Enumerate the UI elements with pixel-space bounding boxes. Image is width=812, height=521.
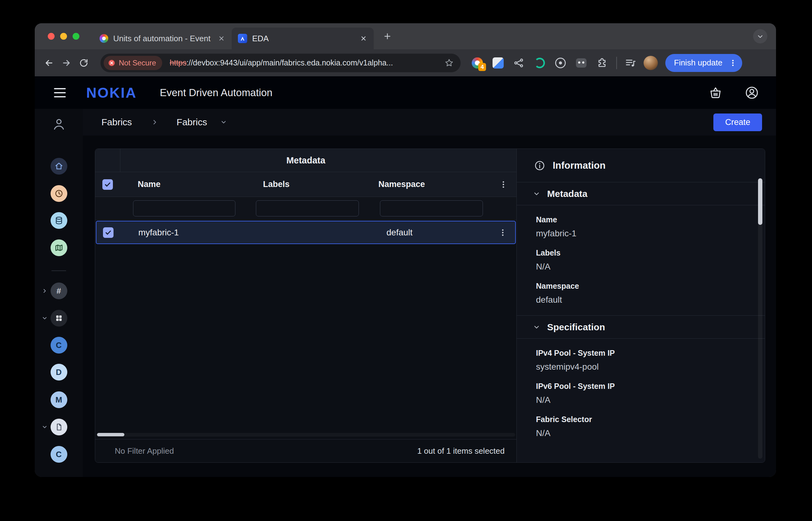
extensions-puzzle-icon[interactable]	[596, 57, 608, 69]
sidebar-item-topology[interactable]	[35, 240, 83, 256]
section-header-metadata[interactable]: Metadata	[517, 182, 765, 205]
media-playlist-icon[interactable]	[625, 58, 636, 69]
section-title: Specification	[547, 322, 605, 333]
sidebar-item-docs-group[interactable]	[35, 419, 83, 435]
tab-title: EDA	[252, 34, 355, 43]
filter-input-name[interactable]	[133, 200, 235, 217]
finish-update-button[interactable]: Finish update	[665, 54, 742, 72]
breadcrumb-root[interactable]: Fabrics	[102, 117, 132, 128]
metadata-fields: Name myfabric-1 Labels N/A Namespace def…	[517, 205, 765, 315]
sidebar-item-m[interactable]: M	[35, 391, 83, 408]
column-header-name[interactable]: Name	[120, 180, 244, 189]
info-icon	[534, 160, 545, 171]
minimize-window-button[interactable]	[60, 33, 67, 40]
vertical-scrollbar-thumb[interactable]	[758, 178, 762, 225]
tab-close-icon[interactable]	[359, 35, 367, 43]
left-sidebar: # C D M	[35, 109, 83, 477]
table-filter-row	[95, 197, 516, 220]
url-remainder: ://devbox:9443/ui/app/main/fabrics.eda.n…	[186, 58, 393, 67]
cell-namespace: default	[360, 228, 486, 237]
robot-extension-icon[interactable]	[575, 57, 587, 69]
tab-close-icon[interactable]	[218, 35, 225, 43]
zoom-window-button[interactable]	[73, 33, 80, 40]
network-extension-icon[interactable]	[513, 57, 525, 69]
field-value: myfabric-1	[536, 229, 746, 239]
sidebar-item-c1[interactable]: C	[35, 337, 83, 354]
column-header-labels[interactable]: Labels	[244, 180, 359, 189]
eda-favicon	[238, 34, 247, 43]
not-secure-chip[interactable]: Not Secure	[104, 56, 162, 70]
breadcrumb: Fabrics Fabrics Create	[83, 109, 776, 136]
url-scheme: https	[170, 58, 186, 67]
clock-icon	[54, 189, 64, 198]
extension-badge: 4	[478, 63, 486, 71]
table-row[interactable]: myfabric-1 default	[96, 221, 516, 244]
grammarly-extension-icon[interactable]	[534, 57, 546, 69]
filter-status: No Filter Applied	[115, 446, 174, 456]
app-title: Event Driven Automation	[160, 87, 272, 99]
fabrics-card: Metadata Name Labels Namespa	[95, 149, 765, 463]
sidebar-item-user[interactable]	[35, 117, 83, 131]
desktop: Units of automation - Event D EDA	[0, 0, 812, 521]
horizontal-scrollbar-thumb[interactable]	[97, 433, 125, 436]
filter-input-namespace[interactable]	[380, 200, 483, 217]
profile-avatar[interactable]	[644, 56, 658, 70]
account-icon[interactable]	[745, 86, 759, 100]
translate-extension-icon[interactable]	[492, 57, 504, 69]
column-header-namespace[interactable]: Namespace	[359, 180, 486, 189]
sidebar-item-database[interactable]	[35, 212, 83, 229]
avatar-letter: C	[50, 446, 67, 463]
extension-wheel-icon[interactable]: 4	[471, 57, 483, 69]
section-header-specification[interactable]: Specification	[517, 315, 765, 339]
tab-eda[interactable]: EDA	[232, 28, 374, 49]
grid-icon	[50, 310, 67, 326]
back-button[interactable]	[40, 54, 58, 72]
tab-units-of-automation[interactable]: Units of automation - Event D	[93, 28, 232, 49]
circle-extension-icon[interactable]	[554, 57, 567, 69]
sidebar-item-home[interactable]	[35, 158, 83, 175]
specification-fields: IPv4 Pool - System IP systemipv4-pool IP…	[517, 339, 765, 449]
sidebar-item-c2[interactable]: C	[35, 446, 83, 463]
row-checkbox[interactable]	[103, 227, 114, 238]
row-menu-icon[interactable]	[498, 228, 507, 237]
basket-icon[interactable]	[709, 86, 722, 99]
filter-input-labels[interactable]	[256, 200, 359, 217]
map-icon	[54, 243, 64, 252]
sidebar-item-history[interactable]	[35, 185, 83, 202]
sidebar-item-hash-group[interactable]: #	[35, 282, 83, 299]
not-secure-icon	[108, 59, 115, 67]
select-all-checkbox[interactable]	[103, 179, 113, 190]
column-menu-icon[interactable]	[499, 180, 508, 189]
address-bar[interactable]: Not Secure https://devbox:9443/ui/app/ma…	[100, 54, 460, 72]
breadcrumb-current[interactable]: Fabrics	[177, 117, 207, 128]
reload-button[interactable]	[75, 54, 92, 72]
forward-button[interactable]	[58, 54, 75, 72]
table-empty-space	[95, 244, 516, 433]
tab-overflow-button[interactable]	[753, 29, 767, 43]
bookmark-star-icon[interactable]	[445, 58, 454, 68]
group-header-label: Metadata	[95, 149, 516, 172]
sidebar-item-d[interactable]: D	[35, 364, 83, 381]
horizontal-scrollbar[interactable]	[96, 433, 515, 437]
chevron-right-icon[interactable]	[42, 288, 48, 294]
new-tab-button[interactable]	[379, 28, 396, 45]
menu-hamburger-icon[interactable]	[54, 88, 66, 97]
chevron-down-icon[interactable]	[42, 424, 48, 430]
database-icon	[54, 216, 64, 225]
home-icon	[54, 162, 64, 171]
avatar-letter: C	[50, 337, 67, 354]
table-header-row: Name Labels Namespace	[95, 172, 516, 197]
nokia-logo: NOKIA	[86, 84, 137, 101]
field-label: IPv6 Pool - System IP	[536, 382, 746, 391]
sidebar-item-apps-group[interactable]	[35, 310, 83, 326]
chevron-down-icon[interactable]	[220, 119, 227, 126]
user-icon	[52, 117, 66, 131]
close-window-button[interactable]	[48, 33, 54, 40]
create-button[interactable]: Create	[713, 114, 762, 131]
vertical-scrollbar[interactable]	[758, 178, 762, 459]
chevron-down-icon	[533, 323, 540, 331]
fabrics-table: Metadata Name Labels Namespa	[95, 149, 517, 462]
chrome-menu-icon[interactable]	[727, 57, 739, 69]
content-area: Metadata Name Labels Namespa	[83, 136, 776, 477]
chevron-down-icon[interactable]	[42, 315, 48, 321]
